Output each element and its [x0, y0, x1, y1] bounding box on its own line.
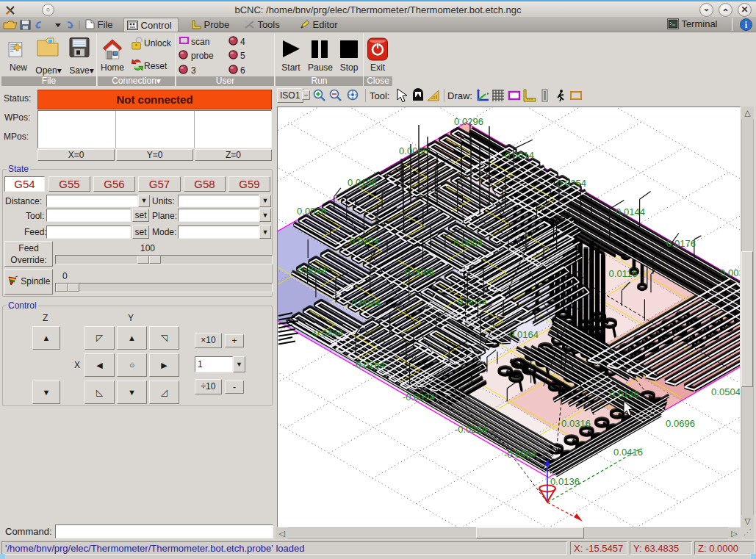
svg-text:-0.0084: -0.0084	[450, 237, 483, 248]
svg-text:-0.0434: -0.0434	[311, 328, 343, 339]
svg-text:0.0296: 0.0296	[454, 116, 483, 127]
svg-text:0.0136: 0.0136	[550, 476, 580, 487]
svg-text:0.0204: 0.0204	[350, 236, 379, 247]
svg-text:-0.0014: -0.0014	[502, 150, 534, 161]
svg-text:0.0044: 0.0044	[458, 297, 487, 308]
svg-text:-0.0094: -0.0094	[403, 392, 435, 403]
svg-text:0.0116: 0.0116	[609, 268, 638, 279]
svg-text:0.0106: 0.0106	[348, 177, 377, 188]
svg-text:0.0316: 0.0316	[561, 418, 591, 429]
svg-text:0.0254: 0.0254	[557, 178, 586, 189]
svg-text:0.0136: 0.0136	[610, 389, 639, 400]
svg-text:0.0026: 0.0026	[297, 206, 326, 217]
svg-text:0.0504: 0.0504	[711, 386, 740, 397]
svg-text:-0.0024: -0.0024	[348, 297, 381, 309]
svg-text:0.0164: 0.0164	[509, 329, 539, 340]
svg-text:-0.0284: -0.0284	[353, 359, 385, 370]
svg-text:0.0176: 0.0176	[666, 238, 696, 249]
svg-text:0.0034: 0.0034	[720, 267, 740, 278]
svg-text:0.0144: 0.0144	[616, 206, 645, 217]
svg-text:0.0696: 0.0696	[666, 418, 695, 429]
svg-text:-0.0224: -0.0224	[455, 424, 487, 435]
svg-text:-0.0064: -0.0064	[504, 449, 536, 460]
svg-text:0.0066: 0.0066	[399, 145, 428, 156]
svg-text:-0.0044: -0.0044	[295, 265, 327, 276]
svg-text:-0.0084: -0.0084	[402, 267, 434, 278]
